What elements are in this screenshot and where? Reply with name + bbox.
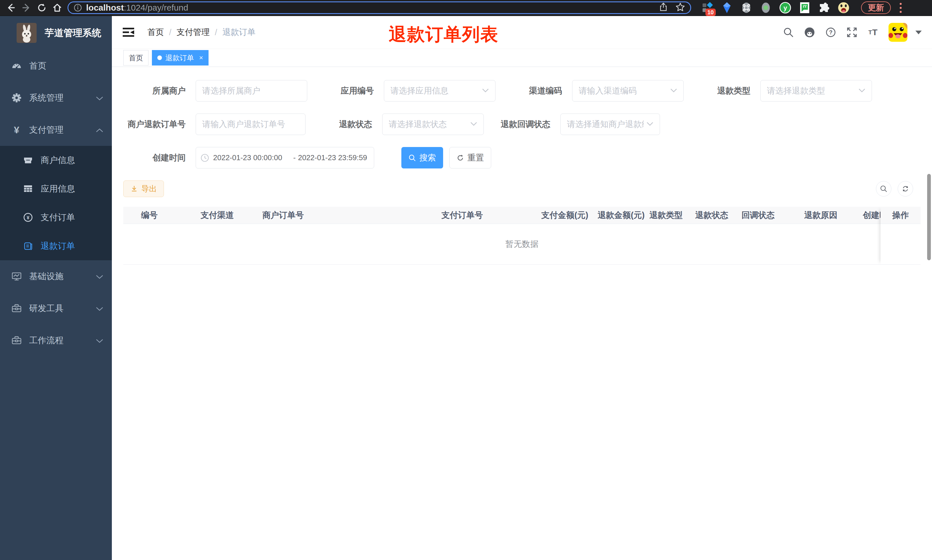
fullscreen-icon[interactable] (846, 26, 858, 38)
refund-type-label: 退款类型 (688, 85, 751, 97)
site-info-icon[interactable] (74, 3, 82, 12)
avatar[interactable] (889, 23, 907, 42)
tag-refund-order[interactable]: 退款订单 × (152, 50, 209, 66)
col-refund-amount: 退款金额(元) (598, 210, 649, 221)
field-notify-status: 退款回调状态 请选择通知商户退款结果 (488, 114, 660, 135)
refund-type-select[interactable]: 请选择退款类型 (760, 80, 872, 102)
share-icon[interactable] (659, 3, 668, 13)
svg-text:?: ? (829, 29, 832, 35)
reload-icon[interactable] (35, 2, 48, 14)
sidebar-item-system[interactable]: 系统管理 (0, 82, 112, 114)
refund-status-select[interactable]: 请选择退款状态 (382, 114, 484, 135)
filter-row-1: 所属商户 应用编号 请选择应用信息 渠道编码 (123, 80, 921, 102)
url-path: :1024/pay/refund (124, 3, 188, 12)
reset-button[interactable]: 重置 (449, 147, 491, 168)
url-bar[interactable]: localhost:1024/pay/refund (68, 2, 691, 14)
extension-puzzle-icon[interactable] (818, 2, 830, 14)
notify-status-select[interactable]: 请选择通知商户退款结果 (560, 114, 660, 135)
merchant-label: 所属商户 (123, 85, 186, 97)
chevron-down-icon (646, 122, 654, 127)
monitor-icon (11, 271, 22, 282)
sidebar-item-infra[interactable]: 基础设施 (0, 260, 112, 292)
extension-gray-green-icon[interactable] (760, 2, 772, 14)
logo-rabbit-image (17, 23, 37, 43)
extension-grid-diamond-icon[interactable]: 10 (701, 2, 714, 14)
pay-submenu: 商户信息 应用信息 ¥ 支付订单 (0, 146, 112, 260)
svg-text:y: y (784, 4, 787, 11)
github-icon[interactable] (804, 26, 815, 38)
extension-command-icon[interactable] (740, 2, 752, 14)
yen-icon: ¥ (11, 125, 22, 135)
forward-icon[interactable] (20, 2, 32, 14)
app-placeholder: 请选择应用信息 (391, 85, 479, 97)
create-time-range-picker[interactable]: 2022-01-23 00:00:00 - 2022-01-23 23:59:5… (196, 147, 374, 168)
sidebar-item-app-info[interactable]: 应用信息 (0, 174, 112, 203)
tag-label: 首页 (129, 53, 143, 63)
extension-balloon-icon[interactable] (721, 2, 733, 14)
toolbox-icon (11, 335, 22, 346)
app-label: 应用编号 (312, 85, 374, 97)
export-button[interactable]: 导出 (123, 180, 164, 197)
tag-close-icon[interactable]: × (199, 54, 203, 62)
merchant-input[interactable] (196, 80, 307, 102)
browser-menu-icon[interactable] (898, 3, 903, 13)
breadcrumb-home[interactable]: 首页 (147, 26, 164, 38)
avatar-caret-icon[interactable] (915, 31, 922, 34)
merchant-refund-no-input[interactable] (196, 114, 306, 135)
col-refund-reason: 退款原因 (804, 210, 863, 221)
extension-y-icon[interactable]: y (779, 2, 791, 14)
screen: localhost:1024/pay/refund 10 (0, 0, 932, 560)
topbar: 首页 / 支付管理 / 退款订单 退款订单列表 ? (112, 16, 932, 49)
sidebar-item-pay-order[interactable]: ¥ 支付订单 (0, 203, 112, 232)
app-select[interactable]: 请选择应用信息 (384, 80, 495, 102)
font-size-icon[interactable]: TT (867, 26, 879, 38)
url-text[interactable]: localhost:1024/pay/refund (86, 3, 188, 12)
date-start-value[interactable]: 2022-01-23 00:00:00 (213, 153, 291, 162)
date-end-value[interactable]: 2022-01-23 23:59:59 (298, 153, 369, 162)
col-refund-status: 退款状态 (695, 210, 741, 221)
sidebar-item-pay[interactable]: ¥ 支付管理 (0, 114, 112, 146)
app-logo[interactable]: 芋道管理系统 (0, 16, 112, 50)
search-icon[interactable] (783, 26, 794, 38)
sidebar-item-label: 研发工具 (29, 303, 63, 314)
search-button[interactable]: 搜索 (401, 147, 443, 168)
filter-row-2: 商户退款订单号 退款状态 请选择退款状态 退款回调状态 (123, 114, 921, 135)
help-icon[interactable]: ? (825, 26, 837, 38)
extension-chat-icon[interactable] (799, 2, 811, 14)
extension-emoji-icon[interactable] (838, 2, 850, 14)
tag-home[interactable]: 首页 (123, 50, 148, 66)
merchant-refund-no-field[interactable] (202, 120, 299, 129)
grid-icon (23, 184, 33, 194)
sidebar-item-home[interactable]: 首页 (0, 50, 112, 82)
table-search-toggle-icon[interactable] (876, 181, 891, 197)
table-refresh-icon[interactable] (898, 181, 913, 197)
sidebar-item-dev-tools[interactable]: 研发工具 (0, 292, 112, 324)
col-pay-order-no: 支付订单号 (441, 210, 541, 221)
channel-placeholder: 请输入渠道编码 (579, 85, 667, 97)
main-area: 首页 / 支付管理 / 退款订单 退款订单列表 ? (112, 16, 932, 560)
sidebar-item-refund-order[interactable]: 退款订单 (0, 232, 112, 260)
channel-label: 渠道编码 (500, 85, 562, 97)
browser-update-button[interactable]: 更新 (861, 2, 891, 14)
field-refund-type: 退款类型 请选择退款类型 (688, 80, 872, 102)
sidebar-item-workflow[interactable]: 工作流程 (0, 324, 112, 356)
chevron-down-icon (96, 271, 103, 281)
breadcrumb-current: 退款订单 (222, 26, 255, 38)
home-icon[interactable] (51, 2, 63, 14)
breadcrumb-pay[interactable]: 支付管理 (177, 26, 210, 38)
merchant-input-field[interactable] (202, 86, 301, 95)
bookmark-star-icon[interactable] (675, 2, 685, 13)
topbar-actions: ? TT (783, 23, 922, 42)
date-separator: - (293, 153, 296, 162)
chevron-down-icon (96, 303, 103, 313)
col-id: 编号 (123, 210, 200, 221)
sidebar-item-merchant-info[interactable]: 商户信息 (0, 146, 112, 174)
back-icon[interactable] (5, 2, 17, 14)
col-action: 操作 (881, 207, 921, 224)
breadcrumb: 首页 / 支付管理 / 退款订单 (147, 26, 255, 38)
refund-table: 编号 支付渠道 商户订单号 支付订单号 支付金额(元) 退款金额(元) 退款类型… (123, 207, 921, 265)
vertical-scrollbar[interactable] (927, 174, 931, 260)
channel-select[interactable]: 请输入渠道编码 (572, 80, 684, 102)
sidebar-collapse-icon[interactable] (122, 26, 135, 38)
chevron-down-icon (96, 93, 103, 103)
